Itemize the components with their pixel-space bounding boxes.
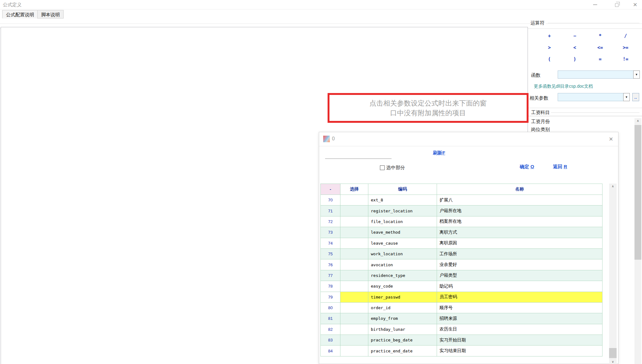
table-row[interactable]: 82birthday_lunar农历生日: [321, 324, 603, 335]
row-number-cell: 80: [321, 302, 340, 313]
row-number-cell: 73: [321, 227, 340, 238]
operator-button[interactable]: >=: [613, 42, 638, 53]
annotation-text-line2: 口中没有附加属性的项目: [390, 108, 466, 118]
table-row[interactable]: 71register_location户籍所在地: [321, 205, 603, 216]
ok-link[interactable]: 确定 O: [520, 164, 534, 170]
parameter-dialog: 0 ✕ 刷新F 选中部分 确定 O 返回 R - 选择 编码 名称 70ext_…: [319, 132, 618, 364]
table-row[interactable]: 80order_id顺序号: [321, 302, 603, 313]
scroll-thumb[interactable]: [609, 348, 617, 358]
tabstrip: 公式配置说明 脚本说明: [0, 10, 642, 19]
name-cell: 员工密码: [437, 292, 603, 302]
operator-button[interactable]: (: [537, 54, 562, 65]
col-header-name[interactable]: 名称: [437, 184, 603, 195]
select-cell: [340, 302, 368, 313]
name-cell: 离职原因: [437, 238, 603, 248]
name-cell: 农历生日: [437, 324, 603, 335]
operator-button[interactable]: *: [587, 30, 613, 42]
table-row[interactable]: 84practice_end_date实习结束日期: [321, 346, 603, 356]
operator-button[interactable]: ): [562, 54, 587, 65]
filter-input[interactable]: [325, 153, 392, 159]
operator-button[interactable]: −: [562, 30, 587, 42]
table-row[interactable]: 83practice_beg_date实习开始日期: [321, 335, 603, 346]
subject-list-item[interactable]: 工资月份: [531, 119, 625, 127]
dialog-close-button[interactable]: ✕: [606, 135, 616, 143]
code-cell: order_id: [368, 302, 437, 313]
select-cell: [340, 270, 368, 281]
back-link[interactable]: 返回 R: [553, 164, 567, 170]
select-part-checkbox[interactable]: [380, 165, 385, 170]
subjects-scrollbar[interactable]: ∧: [634, 118, 641, 364]
operator-button[interactable]: =: [587, 54, 613, 65]
group-rule: [548, 23, 639, 23]
params-dropdown-button[interactable]: ▼: [623, 93, 630, 101]
code-cell: register_location: [368, 205, 437, 216]
select-cell: [340, 205, 368, 216]
operator-button[interactable]: /: [613, 30, 638, 42]
scroll-down-arrow[interactable]: ∨: [609, 359, 617, 364]
operator-button[interactable]: +: [537, 30, 562, 42]
table-row[interactable]: 73leave_method离职方式: [321, 227, 603, 238]
dialog-title: 0: [332, 136, 335, 142]
divider: [529, 108, 642, 108]
select-cell: [340, 313, 368, 324]
table-row[interactable]: 78easy_code助记码: [321, 281, 603, 292]
table-row[interactable]: 74leave_cause离职原因: [321, 238, 603, 248]
scroll-up-arrow[interactable]: ∧: [634, 118, 641, 123]
operators-group-label: 运算符: [530, 20, 546, 26]
params-browse-button[interactable]: ..: [632, 93, 639, 101]
table-row[interactable]: 70ext_8扩展八: [321, 195, 603, 205]
name-cell: 档案所在地: [437, 216, 603, 227]
row-number-cell: 79: [321, 292, 340, 302]
code-cell: easy_code: [368, 281, 437, 292]
name-cell: 招聘来源: [437, 313, 603, 324]
table-row[interactable]: 75work_location工作场所: [321, 248, 603, 259]
table-header-row: - 选择 编码 名称: [321, 184, 603, 195]
subjects-group-label: 工资科目: [531, 110, 551, 116]
col-header-select[interactable]: 选择: [340, 184, 368, 195]
select-cell: [340, 227, 368, 238]
code-cell: leave_cause: [368, 238, 437, 248]
col-header-code[interactable]: 编码: [368, 184, 437, 195]
code-cell: practice_end_date: [368, 346, 437, 356]
table-row[interactable]: 76avocation业余爱好: [321, 259, 603, 270]
col-header-index[interactable]: -: [321, 184, 340, 195]
more-functions-link[interactable]: 更多函数见dll目录csp.doc文档: [534, 84, 593, 89]
chevron-up-icon: ∧: [612, 185, 614, 188]
tab-formula-config[interactable]: 公式配置说明: [2, 10, 38, 18]
restore-button[interactable]: [610, 0, 624, 9]
table-row[interactable]: 79timer_passwd员工密码: [321, 292, 603, 302]
divider: [319, 146, 618, 146]
params-dropdown[interactable]: [558, 93, 624, 101]
code-cell: work_location: [368, 248, 437, 259]
row-number-cell: 71: [321, 205, 340, 216]
close-icon: ✕: [609, 136, 613, 143]
scroll-up-arrow[interactable]: ∧: [609, 184, 617, 189]
code-cell: timer_passwd: [368, 292, 437, 302]
row-number-cell: 82: [321, 324, 340, 335]
operator-button[interactable]: !=: [613, 54, 638, 65]
name-cell: 业余爱好: [437, 259, 603, 270]
code-cell: avocation: [368, 259, 437, 270]
scroll-thumb[interactable]: [634, 125, 641, 260]
operator-button[interactable]: <: [562, 42, 587, 53]
chevron-down-icon: ∨: [612, 360, 614, 363]
restore-icon: [615, 3, 618, 7]
operator-button[interactable]: <=: [587, 42, 613, 53]
name-cell: 户籍类型: [437, 270, 603, 281]
operator-button[interactable]: >: [537, 42, 562, 53]
table-row[interactable]: 72file_location档案所在地: [321, 216, 603, 227]
table-row[interactable]: 81employ_from招聘来源: [321, 313, 603, 324]
name-cell: 顺序号: [437, 302, 603, 313]
minimize-button[interactable]: [588, 0, 602, 9]
minimize-icon: [593, 4, 597, 5]
table-scrollbar[interactable]: ∧ ∨: [609, 184, 617, 364]
name-cell: 助记码: [437, 281, 603, 292]
dialog-app-icon: [323, 136, 330, 142]
tab-script[interactable]: 脚本说明: [37, 10, 64, 18]
close-button[interactable]: ✕: [628, 0, 642, 9]
refresh-link[interactable]: 刷新F: [433, 150, 445, 156]
function-dropdown-button[interactable]: ▼: [633, 70, 640, 79]
function-dropdown[interactable]: [558, 70, 634, 79]
row-number-cell: 70: [321, 195, 340, 205]
table-row[interactable]: 77residence_type户籍类型: [321, 270, 603, 281]
